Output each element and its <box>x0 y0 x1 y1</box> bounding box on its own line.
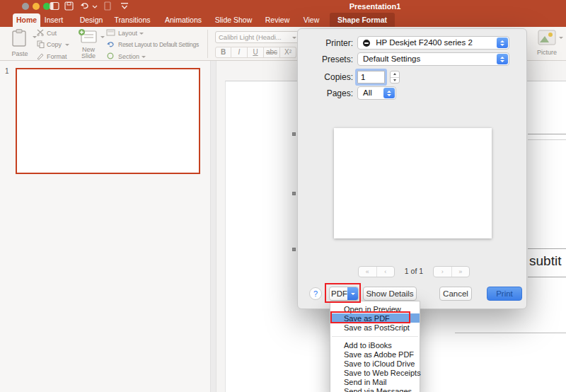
menu-item-send-in-mail[interactable]: Send in Mail <box>330 377 420 386</box>
picture-label: Picture <box>532 49 562 56</box>
layout-chevron-icon <box>139 33 144 35</box>
copies-input[interactable] <box>357 71 385 83</box>
reset-layout-button[interactable]: Reset Layout to Default Settings <box>118 41 199 48</box>
print-button[interactable]: Print <box>487 287 522 301</box>
format-icon <box>36 52 45 60</box>
layout-icon <box>106 29 115 36</box>
format-button[interactable]: Format <box>47 53 67 60</box>
subtitle-placeholder-text: subtit <box>529 253 561 269</box>
menu-item-save-as-adobe-pdf[interactable]: Save as Adobe PDF <box>330 350 420 359</box>
annotation-box-save-as-pdf <box>330 311 410 323</box>
printer-select[interactable]: HP Deskjet F2400 series 2 <box>357 36 509 50</box>
underline-button[interactable]: U <box>248 47 264 58</box>
tab-design[interactable]: Design <box>80 13 103 27</box>
section-button[interactable]: Section <box>118 53 146 60</box>
new-slide-icon[interactable] <box>78 28 98 45</box>
cut-icon <box>37 29 45 36</box>
next-page-button[interactable]: › <box>434 267 451 277</box>
new-slide-label: New Slide <box>74 47 103 59</box>
copy-chevron-icon <box>65 44 69 46</box>
section-label: Section <box>118 53 139 60</box>
last-page-button[interactable]: » <box>451 267 470 277</box>
menu-item-send-via-messages[interactable]: Send via Messages <box>330 386 420 392</box>
bold-button[interactable]: B <box>215 47 231 58</box>
placeholder-border-line <box>528 139 566 140</box>
window-close-button[interactable] <box>22 3 29 10</box>
printer-label: Printer: <box>298 38 353 48</box>
ribbon-group-divider <box>207 30 208 58</box>
cut-button[interactable]: Cut <box>47 30 57 37</box>
window-title: Presentation1 <box>350 2 401 11</box>
tab-insert[interactable]: Insert <box>45 13 63 27</box>
titlebar: Presentation1 <box>0 0 566 13</box>
show-details-button[interactable]: Show Details <box>363 287 417 301</box>
slide-thumbnail[interactable] <box>16 68 200 174</box>
slide-thumbnail-panel: 1 <box>0 61 210 392</box>
tab-animations[interactable]: Animations <box>165 13 202 27</box>
printer-status-icon <box>363 40 370 47</box>
menu-item-save-to-icloud[interactable]: Save to iCloud Drive <box>330 359 420 368</box>
new-slide-chevron-icon <box>100 36 105 38</box>
tab-home[interactable]: Home <box>13 13 40 27</box>
preview-nav-back-group: « ‹ <box>358 266 395 277</box>
pages-value: All <box>363 88 372 97</box>
italic-button[interactable]: I <box>231 47 248 58</box>
tab-view[interactable]: View <box>304 13 320 27</box>
window-minimize-button[interactable] <box>33 3 40 10</box>
copies-label: Copies: <box>298 72 353 82</box>
menu-item-add-to-ibooks[interactable]: Add to iBooks <box>330 340 420 350</box>
picture-icon[interactable] <box>538 30 556 45</box>
layout-button[interactable]: Layout <box>118 30 144 37</box>
page-indicator: 1 of 1 <box>399 267 429 275</box>
paste-icon[interactable] <box>10 28 30 47</box>
copies-stepper[interactable] <box>390 71 400 83</box>
panel-scrollbar-gutter[interactable] <box>210 61 216 392</box>
placeholder-border-line <box>528 277 566 277</box>
tab-shape-format[interactable]: Shape Format <box>330 13 395 27</box>
format-painter-icon <box>104 1 112 11</box>
copy-icon <box>37 40 45 48</box>
font-format-buttons: B I U abc X² <box>215 47 296 58</box>
annotation-box-pdf-button <box>325 283 361 303</box>
print-dialog: Printer: HP Deskjet F2400 series 2 Prese… <box>297 28 527 309</box>
presets-select[interactable]: Default Settings <box>357 52 509 66</box>
printer-select-stepper <box>497 38 508 48</box>
printer-value: HP Deskjet F2400 series 2 <box>376 38 473 47</box>
tab-transitions[interactable]: Transitions <box>115 13 151 27</box>
selection-handle[interactable] <box>292 132 296 136</box>
superscript-button[interactable]: X² <box>280 47 296 58</box>
section-chevron-icon <box>142 56 146 58</box>
save-icon[interactable] <box>64 1 74 11</box>
first-page-button[interactable]: « <box>359 267 376 277</box>
sidebar-toggle-icon[interactable] <box>50 1 59 11</box>
presets-select-stepper <box>497 54 508 64</box>
tab-slide-show[interactable]: Slide Show <box>215 13 253 27</box>
strikethrough-button[interactable]: abc <box>264 47 280 58</box>
slide-number: 1 <box>5 67 9 75</box>
font-name-value: Calibri Light (Headi... <box>219 33 282 41</box>
pages-select-stepper <box>383 88 395 98</box>
preview-nav-forward-group: › » <box>433 266 470 277</box>
paste-label[interactable]: Paste <box>6 50 34 57</box>
font-name-select[interactable]: Calibri Light (Headi... <box>215 31 300 43</box>
placeholder-border-line <box>528 134 566 134</box>
placeholder-border-line <box>528 248 566 249</box>
menu-item-save-to-web-receipts[interactable]: Save to Web Receipts <box>330 368 420 377</box>
picture-chevron-icon <box>559 37 563 39</box>
previous-page-button[interactable]: ‹ <box>376 267 395 277</box>
menu-item-save-as-postscript[interactable]: Save as PostScript <box>330 323 420 332</box>
toolbar-options-icon[interactable] <box>120 1 129 10</box>
tab-review[interactable]: Review <box>265 13 289 27</box>
layout-label: Layout <box>118 30 137 37</box>
undo-chevron-icon[interactable] <box>92 5 98 8</box>
copy-button[interactable]: Copy <box>47 41 62 48</box>
help-button[interactable]: ? <box>309 287 322 300</box>
presets-value: Default Settings <box>363 54 420 63</box>
placeholder-border-line <box>455 333 566 333</box>
powerpoint-window: Presentation1 Home Insert Design Transit… <box>0 0 566 392</box>
selection-handle[interactable] <box>292 192 296 195</box>
pages-select[interactable]: All <box>357 86 396 100</box>
selection-handle[interactable] <box>292 248 296 251</box>
cancel-button[interactable]: Cancel <box>439 287 472 301</box>
undo-icon[interactable] <box>80 1 91 11</box>
